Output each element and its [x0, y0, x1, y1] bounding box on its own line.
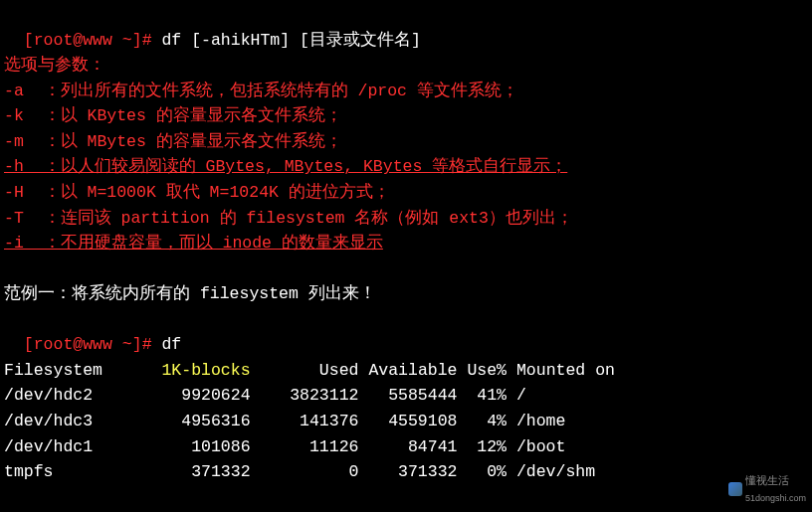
blank-line: [0, 256, 812, 282]
df-row: /dev/hdc2 9920624 3823112 5585444 41% /: [0, 383, 812, 409]
df-table-body: /dev/hdc2 9920624 3823112 5585444 41% //…: [0, 383, 812, 484]
option-line: -m ：以 MBytes 的容量显示各文件系统；: [0, 129, 812, 155]
shell-prompt: [root@www ~]#: [24, 335, 162, 354]
col-used: Used: [251, 361, 359, 380]
df-row: /dev/hdc1 101086 11126 84741 12% /boot: [0, 434, 812, 460]
df-row: tmpfs 371332 0 371332 0% /dev/shm: [0, 459, 812, 485]
watermark-brand: 懂视生活: [745, 474, 789, 486]
option-line: -h ：以人们较易阅读的 GBytes, MBytes, KBytes 等格式自…: [0, 154, 812, 180]
option-line: -T ：连同该 partition 的 filesystem 名称（例如 ext…: [0, 206, 812, 232]
shell-command: df [-ahikHTm] [目录或文件名]: [161, 31, 420, 50]
col-usepct: Use%: [458, 361, 508, 380]
shell-command: df: [161, 335, 181, 354]
option-line: -i ：不用硬盘容量，而以 inode 的数量来显示: [0, 231, 812, 256]
col-available: Available: [358, 361, 457, 380]
prompt-line-2: [root@www ~]# df: [0, 307, 812, 358]
shell-prompt: [root@www ~]#: [24, 31, 162, 50]
watermark-logo-icon: [728, 482, 742, 496]
prompt-line-1: [root@www ~]# df [-ahikHTm] [目录或文件名]: [0, 2, 812, 53]
df-header-row: Filesystem 1K-blocks Used Available Use%…: [0, 358, 812, 384]
col-mounted: Mounted on: [507, 361, 615, 380]
df-row: /dev/hdc3 4956316 141376 4559108 4% /hom…: [0, 409, 812, 434]
option-line: -H ：以 M=1000K 取代 M=1024K 的进位方式；: [0, 180, 812, 206]
col-filesystem: Filesystem: [4, 361, 132, 380]
options-header: 选项与参数：: [0, 53, 812, 79]
option-line: -k ：以 KBytes 的容量显示各文件系统；: [0, 103, 812, 129]
watermark-url: 51dongshi.com: [745, 493, 806, 503]
options-list: -a ：列出所有的文件系统，包括系统特有的 /proc 等文件系统；-k ：以 …: [0, 79, 812, 256]
example-label: 范例一：将系统内所有的 filesystem 列出来！: [0, 281, 812, 307]
watermark: 懂视生活 51dongshi.com: [728, 472, 806, 506]
option-line: -a ：列出所有的文件系统，包括系统特有的 /proc 等文件系统；: [0, 79, 812, 104]
col-1kblocks: 1K-blocks: [132, 361, 251, 380]
